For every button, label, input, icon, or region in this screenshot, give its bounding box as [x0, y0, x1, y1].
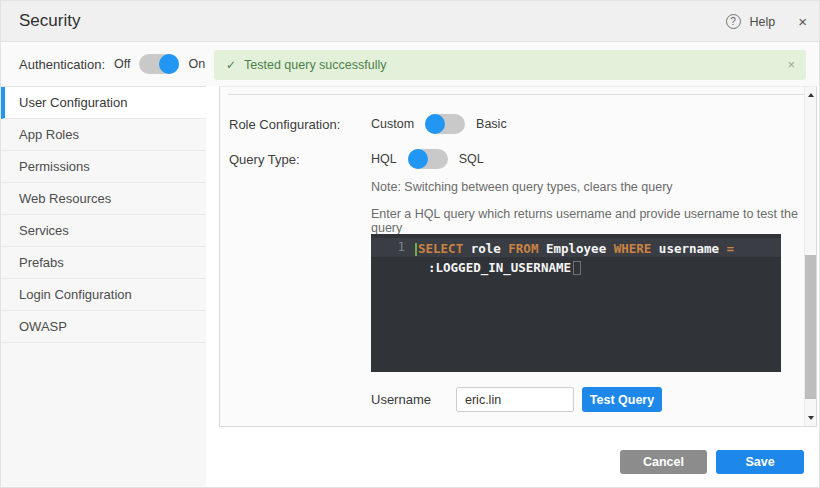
close-icon[interactable]: × — [798, 13, 807, 30]
sidebar-item-services[interactable]: Services — [1, 215, 206, 247]
role-basic-label: Basic — [476, 117, 507, 131]
sidebar-item-prefabs[interactable]: Prefabs — [1, 247, 206, 279]
sidebar-nav: User ConfigurationApp RolesPermissionsWe… — [1, 86, 206, 487]
query-sql-label: SQL — [459, 152, 484, 166]
toggle-knob — [408, 149, 428, 169]
check-icon: ✓ — [226, 58, 236, 72]
toggle-knob — [425, 114, 445, 134]
scroll-down-icon[interactable] — [808, 416, 814, 420]
authentication-toggle[interactable] — [139, 54, 179, 74]
query-hql-label: HQL — [371, 152, 397, 166]
banner-message: Tested query successfully — [244, 58, 386, 72]
query-note-text: Note: Switching between query types, cle… — [371, 180, 673, 194]
code-text: SELECT role FROM Employee WHERE username… — [415, 239, 775, 277]
content-area: Role Configuration: Custom Basic Query T… — [206, 86, 819, 487]
role-custom-label: Custom — [371, 117, 414, 131]
banner-close-icon[interactable]: × — [787, 57, 795, 72]
username-label: Username — [371, 392, 456, 407]
section-divider — [228, 94, 808, 95]
role-configuration-toggle[interactable] — [425, 114, 465, 134]
dialog-header: Security ? Help × — [1, 1, 820, 42]
toolbar-row: Authentication: Off On ✓ Tested query su… — [1, 42, 820, 86]
page-title: Security — [19, 11, 80, 31]
query-type-row: Query Type: HQL SQL — [229, 144, 796, 174]
scroll-up-icon[interactable] — [808, 93, 814, 97]
sidebar-item-permissions[interactable]: Permissions — [1, 151, 206, 183]
code-line-2: :LOGGED_IN_USERNAME — [415, 258, 775, 277]
cancel-button[interactable]: Cancel — [620, 450, 707, 474]
authentication-label: Authentication: — [19, 57, 105, 72]
line-number: 1 — [371, 239, 405, 254]
security-dialog: Security ? Help × Authentication: Off On… — [0, 0, 820, 488]
test-query-button[interactable]: Test Query — [582, 387, 662, 412]
sidebar-item-app-roles[interactable]: App Roles — [1, 119, 206, 151]
save-button[interactable]: Save — [716, 450, 804, 474]
query-type-label: Query Type: — [229, 152, 371, 167]
sidebar-item-user-configuration[interactable]: User Configuration — [1, 87, 206, 119]
role-configuration-row: Role Configuration: Custom Basic — [229, 109, 796, 139]
sidebar-item-web-resources[interactable]: Web Resources — [1, 183, 206, 215]
role-configuration-control: Custom Basic — [371, 114, 507, 134]
user-configuration-panel: Role Configuration: Custom Basic Query T… — [219, 86, 817, 427]
query-hint-text: Enter a HQL query which returns username… — [371, 207, 816, 235]
text-cursor-caret — [415, 243, 417, 256]
query-type-control: HQL SQL — [371, 149, 484, 169]
username-row: Username Test Query — [371, 387, 662, 412]
sidebar-item-owasp[interactable]: OWASP — [1, 311, 206, 343]
auth-off-label: Off — [114, 57, 130, 71]
success-banner: ✓ Tested query successfully × — [214, 50, 806, 80]
scrollbar-thumb[interactable] — [805, 255, 816, 399]
sidebar-item-login-configuration[interactable]: Login Configuration — [1, 279, 206, 311]
block-cursor — [573, 261, 581, 275]
query-type-toggle[interactable] — [408, 149, 448, 169]
authentication-control: Authentication: Off On — [19, 42, 205, 86]
code-line-1: SELECT role FROM Employee WHERE username… — [415, 239, 775, 258]
auth-on-label: On — [188, 57, 205, 71]
username-input[interactable] — [456, 387, 574, 412]
toggle-knob — [159, 54, 179, 74]
panel-scrollbar[interactable] — [804, 87, 816, 426]
header-actions: ? Help × — [726, 1, 807, 42]
hql-code-editor[interactable]: 1 SELECT role FROM Employee WHERE userna… — [371, 234, 781, 372]
role-configuration-label: Role Configuration: — [229, 117, 371, 132]
help-icon[interactable]: ? — [726, 14, 741, 29]
help-link[interactable]: Help — [750, 15, 776, 29]
